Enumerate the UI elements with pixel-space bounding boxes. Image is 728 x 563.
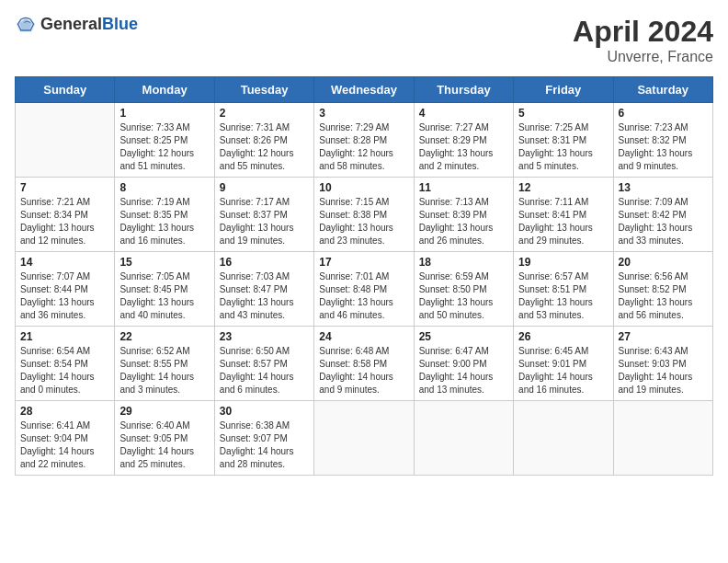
day-number: 23 — [220, 330, 309, 343]
calendar-day-cell: 14Sunrise: 7:07 AM Sunset: 8:44 PM Dayli… — [16, 252, 115, 327]
location-title: Unverre, France — [573, 49, 713, 65]
calendar-day-cell: 28Sunrise: 6:41 AM Sunset: 9:04 PM Dayli… — [16, 401, 115, 476]
day-info: Sunrise: 6:56 AM Sunset: 8:52 PM Dayligh… — [619, 270, 708, 322]
calendar-day-cell: 2Sunrise: 7:31 AM Sunset: 8:26 PM Daylig… — [214, 103, 313, 178]
calendar-day-cell: 13Sunrise: 7:09 AM Sunset: 8:42 PM Dayli… — [613, 178, 712, 252]
day-info: Sunrise: 7:17 AM Sunset: 8:37 PM Dayligh… — [220, 196, 309, 247]
day-number: 21 — [20, 330, 109, 343]
day-number: 14 — [20, 256, 109, 269]
calendar-day-cell — [414, 401, 513, 476]
day-number: 3 — [319, 107, 408, 120]
calendar-week-row: 21Sunrise: 6:54 AM Sunset: 8:54 PM Dayli… — [16, 327, 713, 401]
day-info: Sunrise: 6:48 AM Sunset: 8:58 PM Dayligh… — [319, 345, 408, 396]
day-number: 24 — [319, 330, 408, 343]
weekday-header-monday: Monday — [115, 77, 214, 103]
day-number: 26 — [518, 330, 608, 343]
month-title: April 2024 — [573, 15, 713, 49]
calendar-day-cell — [514, 401, 613, 476]
day-info: Sunrise: 7:13 AM Sunset: 8:39 PM Dayligh… — [419, 196, 508, 247]
calendar-day-cell: 4Sunrise: 7:27 AM Sunset: 8:29 PM Daylig… — [414, 103, 513, 178]
calendar-day-cell: 15Sunrise: 7:05 AM Sunset: 8:45 PM Dayli… — [115, 252, 214, 327]
calendar-day-cell: 30Sunrise: 6:38 AM Sunset: 9:07 PM Dayli… — [214, 401, 313, 476]
day-info: Sunrise: 7:19 AM Sunset: 8:35 PM Dayligh… — [119, 196, 209, 247]
calendar-day-cell: 5Sunrise: 7:25 AM Sunset: 8:31 PM Daylig… — [514, 103, 613, 178]
calendar-day-cell: 16Sunrise: 7:03 AM Sunset: 8:47 PM Dayli… — [214, 252, 313, 327]
day-info: Sunrise: 6:40 AM Sunset: 9:05 PM Dayligh… — [119, 419, 209, 471]
day-info: Sunrise: 7:15 AM Sunset: 8:38 PM Dayligh… — [319, 196, 408, 247]
calendar-day-cell: 10Sunrise: 7:15 AM Sunset: 8:38 PM Dayli… — [314, 178, 414, 252]
calendar-day-cell: 17Sunrise: 7:01 AM Sunset: 8:48 PM Dayli… — [314, 252, 414, 327]
day-number: 30 — [220, 405, 309, 418]
day-info: Sunrise: 7:07 AM Sunset: 8:44 PM Dayligh… — [20, 270, 109, 322]
day-info: Sunrise: 6:45 AM Sunset: 9:01 PM Dayligh… — [518, 345, 608, 396]
calendar-day-cell: 29Sunrise: 6:40 AM Sunset: 9:05 PM Dayli… — [115, 401, 214, 476]
day-number: 28 — [20, 405, 109, 418]
day-info: Sunrise: 6:41 AM Sunset: 9:04 PM Dayligh… — [20, 419, 109, 471]
logo-general-text: GeneralBlue — [40, 15, 138, 34]
calendar-day-cell: 8Sunrise: 7:19 AM Sunset: 8:35 PM Daylig… — [115, 178, 214, 252]
day-number: 18 — [419, 256, 508, 269]
day-info: Sunrise: 6:59 AM Sunset: 8:50 PM Dayligh… — [419, 270, 508, 322]
calendar-day-cell: 27Sunrise: 6:43 AM Sunset: 9:03 PM Dayli… — [613, 327, 712, 401]
calendar-day-cell: 20Sunrise: 6:56 AM Sunset: 8:52 PM Dayli… — [613, 252, 712, 327]
calendar-day-cell: 26Sunrise: 6:45 AM Sunset: 9:01 PM Dayli… — [514, 327, 613, 401]
day-info: Sunrise: 6:52 AM Sunset: 8:55 PM Dayligh… — [119, 345, 209, 396]
day-info: Sunrise: 7:27 AM Sunset: 8:29 PM Dayligh… — [419, 121, 508, 173]
calendar-day-cell: 25Sunrise: 6:47 AM Sunset: 9:00 PM Dayli… — [414, 327, 513, 401]
day-number: 9 — [220, 181, 309, 194]
calendar-day-cell: 22Sunrise: 6:52 AM Sunset: 8:55 PM Dayli… — [115, 327, 214, 401]
calendar-day-cell — [314, 401, 414, 476]
day-number: 17 — [319, 256, 408, 269]
day-number: 8 — [119, 181, 209, 194]
day-info: Sunrise: 6:54 AM Sunset: 8:54 PM Dayligh… — [20, 345, 109, 396]
day-info: Sunrise: 7:23 AM Sunset: 8:32 PM Dayligh… — [619, 121, 708, 173]
day-info: Sunrise: 6:50 AM Sunset: 8:57 PM Dayligh… — [220, 345, 309, 396]
day-info: Sunrise: 7:03 AM Sunset: 8:47 PM Dayligh… — [220, 270, 309, 322]
calendar-week-row: 1Sunrise: 7:33 AM Sunset: 8:25 PM Daylig… — [16, 103, 713, 178]
day-number: 13 — [619, 181, 708, 194]
calendar-day-cell: 18Sunrise: 6:59 AM Sunset: 8:50 PM Dayli… — [414, 252, 513, 327]
calendar-day-cell: 9Sunrise: 7:17 AM Sunset: 8:37 PM Daylig… — [214, 178, 313, 252]
day-info: Sunrise: 7:21 AM Sunset: 8:34 PM Dayligh… — [20, 196, 109, 247]
calendar-day-cell: 3Sunrise: 7:29 AM Sunset: 8:28 PM Daylig… — [314, 103, 414, 178]
calendar-week-row: 14Sunrise: 7:07 AM Sunset: 8:44 PM Dayli… — [16, 252, 713, 327]
calendar-day-cell: 23Sunrise: 6:50 AM Sunset: 8:57 PM Dayli… — [214, 327, 313, 401]
calendar-day-cell: 6Sunrise: 7:23 AM Sunset: 8:32 PM Daylig… — [613, 103, 712, 178]
page-header: GeneralBlue April 2024 Unverre, France — [15, 15, 713, 65]
weekday-header-thursday: Thursday — [414, 77, 513, 103]
day-number: 15 — [119, 256, 209, 269]
generalblue-logo-icon — [15, 16, 37, 34]
day-number: 25 — [419, 330, 508, 343]
day-number: 6 — [619, 107, 708, 120]
day-number: 22 — [119, 330, 209, 343]
day-number: 1 — [119, 107, 209, 120]
calendar-day-cell: 1Sunrise: 7:33 AM Sunset: 8:25 PM Daylig… — [115, 103, 214, 178]
calendar-day-cell: 11Sunrise: 7:13 AM Sunset: 8:39 PM Dayli… — [414, 178, 513, 252]
day-info: Sunrise: 7:33 AM Sunset: 8:25 PM Dayligh… — [119, 121, 209, 173]
calendar-day-cell: 21Sunrise: 6:54 AM Sunset: 8:54 PM Dayli… — [16, 327, 115, 401]
calendar-week-row: 28Sunrise: 6:41 AM Sunset: 9:04 PM Dayli… — [16, 401, 713, 476]
weekday-header-friday: Friday — [514, 77, 613, 103]
day-number: 5 — [518, 107, 608, 120]
weekday-header-row: SundayMondayTuesdayWednesdayThursdayFrid… — [16, 77, 713, 103]
calendar-table: SundayMondayTuesdayWednesdayThursdayFrid… — [15, 76, 713, 476]
day-info: Sunrise: 6:47 AM Sunset: 9:00 PM Dayligh… — [419, 345, 508, 396]
logo: GeneralBlue — [15, 15, 138, 34]
weekday-header-sunday: Sunday — [16, 77, 115, 103]
day-number: 29 — [119, 405, 209, 418]
day-number: 7 — [20, 181, 109, 194]
day-info: Sunrise: 7:25 AM Sunset: 8:31 PM Dayligh… — [518, 121, 608, 173]
day-info: Sunrise: 7:11 AM Sunset: 8:41 PM Dayligh… — [518, 196, 608, 247]
calendar-day-cell: 24Sunrise: 6:48 AM Sunset: 8:58 PM Dayli… — [314, 327, 414, 401]
weekday-header-tuesday: Tuesday — [214, 77, 313, 103]
day-number: 20 — [619, 256, 708, 269]
calendar-day-cell: 19Sunrise: 6:57 AM Sunset: 8:51 PM Dayli… — [514, 252, 613, 327]
day-number: 11 — [419, 181, 508, 194]
day-info: Sunrise: 6:57 AM Sunset: 8:51 PM Dayligh… — [518, 270, 608, 322]
weekday-header-saturday: Saturday — [613, 77, 712, 103]
day-info: Sunrise: 7:29 AM Sunset: 8:28 PM Dayligh… — [319, 121, 408, 173]
day-info: Sunrise: 6:38 AM Sunset: 9:07 PM Dayligh… — [220, 419, 309, 471]
calendar-week-row: 7Sunrise: 7:21 AM Sunset: 8:34 PM Daylig… — [16, 178, 713, 252]
title-section: April 2024 Unverre, France — [573, 15, 713, 65]
day-info: Sunrise: 7:05 AM Sunset: 8:45 PM Dayligh… — [119, 270, 209, 322]
